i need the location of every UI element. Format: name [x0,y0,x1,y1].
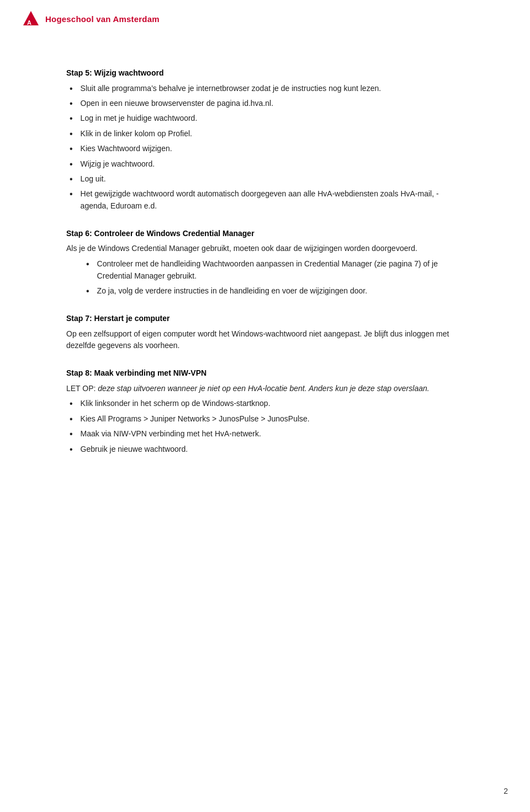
let-op-italic: deze stap uitvoeren wanneer je niet op e… [98,384,429,393]
page-content: Stap 5: Wijzig wachtwoord Sluit alle pro… [0,34,530,515]
list-item: Maak via NIW-VPN verbinding met het HvA-… [66,428,464,440]
svg-text:A: A [27,19,31,26]
section-stap5-title: Stap 5: Wijzig wachtwoord [66,67,464,79]
section-stap8-title: Stap 8: Maak verbinding met NIW-VPN [66,367,464,380]
stap8-bullet-list: Klik linksonder in het scherm op de Wind… [66,398,464,456]
section-stap6: Stap 6: Controleer de Windows Credential… [66,228,464,297]
page-number: 2 [504,787,508,795]
list-item: Klik linksonder in het scherm op de Wind… [66,398,464,410]
section-stap7: Stap 7: Herstart je computer Op een zelf… [66,313,464,352]
section-stap5: Stap 5: Wijzig wachtwoord Sluit alle pro… [66,67,464,212]
list-item: Zo ja, volg de verdere instructies in de… [66,285,464,297]
section-stap7-intro: Op een zelfsupport of eigen computer wor… [66,328,464,352]
section-stap8: Stap 8: Maak verbinding met NIW-VPN LET … [66,367,464,456]
section-stap7-title: Stap 7: Herstart je computer [66,313,464,325]
logo-container: A Hogeschool van Amsterdam [22,10,160,28]
stap5-bullet-list: Sluit alle programma’s behalve je intern… [66,83,464,212]
stap6-bullet-list: Controleer met de handleiding Wachtwoord… [66,258,464,297]
list-item: Controleer met de handleiding Wachtwoord… [66,258,464,282]
section-stap6-title: Stap 6: Controleer de Windows Credential… [66,228,464,240]
list-item: Open in een nieuwe browservenster de pag… [66,98,464,110]
list-item: Log uit. [66,173,464,185]
list-item: Sluit alle programma’s behalve je intern… [66,83,464,95]
logo-text: Hogeschool van Amsterdam [45,14,160,24]
list-item: Gebruik je nieuwe wachtwoord. [66,444,464,456]
list-item: Kies Wachtwoord wijzigen. [66,143,464,155]
page-header: A Hogeschool van Amsterdam [0,0,530,34]
section-stap8-intro: LET OP: deze stap uitvoeren wanneer je n… [66,383,464,395]
hva-logo-icon: A [22,10,40,28]
let-op-label: LET OP: [66,384,98,393]
list-item: Klik in de linker kolom op Profiel. [66,128,464,140]
list-item: Log in met je huidige wachtwoord. [66,113,464,125]
section-stap6-intro: Als je de Windows Credential Manager geb… [66,243,464,255]
list-item: Kies All Programs > Juniper Networks > J… [66,413,464,425]
list-item: Het gewijzigde wachtwoord wordt automati… [66,188,464,212]
list-item: Wijzig je wachtwoord. [66,158,464,170]
